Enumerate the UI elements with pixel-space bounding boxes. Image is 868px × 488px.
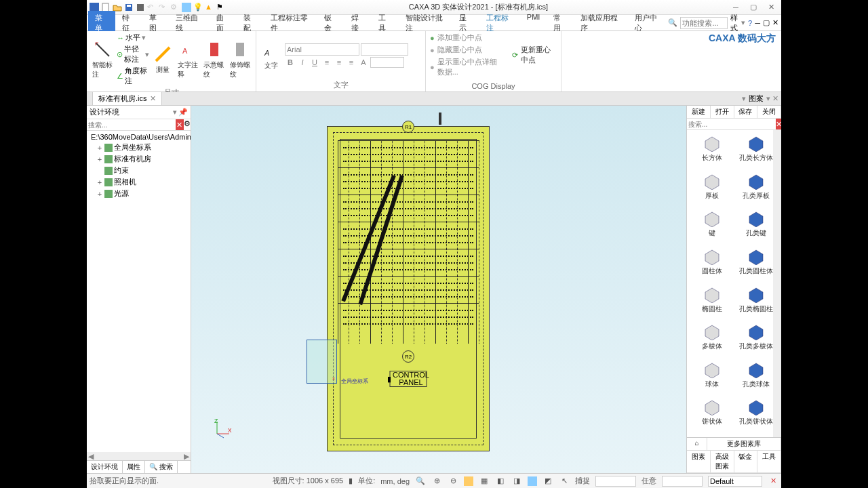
help-icon[interactable]: ? bbox=[748, 19, 752, 27]
text-annot-button[interactable]: A 文字注释 bbox=[176, 39, 199, 81]
lib-toolbar-2[interactable]: 保存 bbox=[734, 106, 758, 118]
ribbon-close-icon[interactable]: ✕ bbox=[772, 18, 778, 27]
shape-1-0[interactable]: 厚板 bbox=[690, 171, 734, 209]
shape-2-1[interactable]: 孔类键 bbox=[734, 208, 779, 246]
lib-toolbar-1[interactable]: 打开 bbox=[711, 106, 734, 118]
lib-footer-tab-3[interactable]: 工具 bbox=[757, 451, 781, 472]
more-libs-button[interactable]: 更多图素库 bbox=[707, 438, 781, 450]
horiz-dim-button[interactable]: ↔水平▾ bbox=[117, 33, 149, 43]
refresh-cog-button[interactable]: ⟳更新重心中点 bbox=[512, 33, 557, 77]
ribbon-max-icon[interactable]: ▢ bbox=[763, 18, 770, 27]
snap-input[interactable] bbox=[595, 476, 636, 487]
scroll-left-icon[interactable]: ◀ bbox=[88, 452, 94, 460]
align-center-button[interactable]: ≡ bbox=[334, 57, 344, 68]
shape-7-0[interactable]: 饼状体 bbox=[690, 396, 734, 434]
snap-label[interactable]: 捕捉 bbox=[575, 476, 590, 486]
shape-0-1[interactable]: 孔类长方体 bbox=[734, 133, 779, 171]
underline-button[interactable]: U bbox=[309, 57, 320, 68]
tree-search-input[interactable] bbox=[87, 119, 176, 130]
zoom-fit-icon[interactable]: 🔍 bbox=[415, 476, 426, 487]
measure-button[interactable]: 测量 bbox=[152, 43, 174, 76]
thread-decor-button[interactable]: 修饰螺纹 bbox=[229, 39, 252, 81]
document-close-icon[interactable]: ✕ bbox=[150, 94, 156, 103]
bold-button[interactable]: B bbox=[285, 57, 296, 68]
cosmetic-thread-button[interactable]: 示意螺纹 bbox=[202, 39, 225, 81]
canvas-viewport[interactable]: R1 R2 ▮CONTROL PANEL 全局坐标系 x zx bbox=[191, 106, 686, 473]
text-value-input[interactable] bbox=[370, 57, 404, 68]
scroll-right-icon[interactable]: ▶ bbox=[184, 452, 189, 460]
left-tab-1[interactable]: 属性 bbox=[123, 461, 145, 473]
shape-7-1[interactable]: 孔类饼状体 bbox=[734, 396, 779, 434]
view-icon[interactable] bbox=[464, 476, 473, 486]
shape-search-input[interactable] bbox=[687, 119, 776, 129]
mode4-icon[interactable]: ◩ bbox=[542, 476, 553, 487]
smart-dim-button[interactable]: 智能标注 bbox=[91, 39, 114, 81]
align-left-button[interactable]: ≡ bbox=[321, 57, 332, 68]
tree-item-2[interactable]: +标准有机房 bbox=[88, 153, 189, 165]
tree-item-3[interactable]: 约束 bbox=[88, 165, 189, 176]
color-button[interactable]: A bbox=[358, 57, 369, 68]
hide-cog-button[interactable]: ●隐藏重心中点 bbox=[430, 45, 504, 55]
tree-search-close-icon[interactable]: ✕ bbox=[176, 119, 184, 130]
left-tab-0[interactable]: 设计环境 bbox=[87, 461, 123, 473]
text-button[interactable]: A 文字 bbox=[260, 39, 282, 72]
angle-dim-button[interactable]: ∠角度标注 bbox=[117, 66, 149, 86]
cursor-icon[interactable]: ↖ bbox=[559, 476, 570, 487]
left-tab-2[interactable]: 🔍 搜索 bbox=[145, 461, 178, 473]
shape-6-0[interactable]: 球体 bbox=[690, 359, 734, 397]
shape-4-0[interactable]: 椭圆柱 bbox=[690, 284, 734, 322]
unit-label: 单位: bbox=[358, 476, 375, 486]
shape-scrollbar[interactable] bbox=[773, 130, 781, 437]
task-label[interactable]: 任意 bbox=[642, 476, 656, 486]
font-family-select[interactable] bbox=[285, 43, 359, 56]
shape-4-1[interactable]: 孔类椭圆柱 bbox=[734, 284, 779, 322]
radius-dim-button[interactable]: ⊙半径标注▾ bbox=[117, 44, 149, 64]
shape-3-0[interactable]: 圆柱体 bbox=[690, 246, 734, 284]
lib-footer-tab-1[interactable]: 高级图素 bbox=[711, 451, 734, 472]
shape-5-1[interactable]: 孔类多棱体 bbox=[734, 321, 779, 359]
italic-button[interactable]: I bbox=[297, 57, 308, 68]
axis-gizmo[interactable]: zx bbox=[212, 419, 232, 439]
lib-home-icon[interactable]: ⌂ bbox=[687, 438, 707, 450]
shape-2-0[interactable]: 键 bbox=[690, 208, 734, 246]
lp-pin-icon[interactable]: 📌 bbox=[178, 108, 188, 117]
shape-6-1[interactable]: 孔类球体 bbox=[734, 359, 779, 397]
lib-footer-tab-2[interactable]: 钣金 bbox=[734, 451, 758, 472]
minimize-button[interactable]: ─ bbox=[731, 3, 741, 12]
function-search-input[interactable] bbox=[680, 17, 728, 29]
shape-search-close-icon[interactable]: ✕ bbox=[776, 119, 781, 129]
tree-item-5[interactable]: +光源 bbox=[88, 188, 189, 199]
document-tab[interactable]: 标准有机房.ics ✕ bbox=[92, 92, 162, 106]
tree-item-1[interactable]: +全局坐标系 bbox=[88, 142, 189, 153]
shape-5-0[interactable]: 多棱体 bbox=[690, 321, 734, 359]
shape-0-0[interactable]: 长方体 bbox=[690, 133, 734, 171]
style-label[interactable]: 样式 bbox=[730, 13, 738, 33]
task-input[interactable] bbox=[662, 476, 703, 487]
show-cog-data-button[interactable]: ●显示重心中点详细数据... bbox=[430, 57, 504, 77]
lib-footer-tab-0[interactable]: 图素 bbox=[687, 451, 711, 472]
docbar-dropdown-icon[interactable]: ▾ bbox=[742, 94, 746, 103]
default-input[interactable] bbox=[708, 476, 762, 487]
align-right-button[interactable]: ≡ bbox=[346, 57, 357, 68]
shape-1-1[interactable]: 孔类厚板 bbox=[734, 171, 779, 209]
close-button[interactable]: ✕ bbox=[766, 3, 776, 12]
shape-3-1[interactable]: 孔类圆柱体 bbox=[734, 246, 779, 284]
mode2-icon[interactable]: ◨ bbox=[511, 476, 522, 487]
mode3-icon[interactable] bbox=[528, 476, 537, 486]
add-cog-button[interactable]: ●添加重心中点 bbox=[430, 33, 504, 43]
drawing-object[interactable]: R1 R2 ▮CONTROL PANEL 全局坐标系 bbox=[327, 126, 490, 451]
lib-toolbar-3[interactable]: 关闭 bbox=[757, 106, 781, 118]
zoom-out-icon[interactable]: ⊖ bbox=[448, 476, 458, 487]
tree-filter-icon[interactable]: ⚙ bbox=[184, 119, 191, 130]
grid-icon[interactable]: ▦ bbox=[479, 476, 490, 487]
tree-item-4[interactable]: +照相机 bbox=[88, 176, 189, 188]
lp-dropdown-icon[interactable]: ▾ bbox=[173, 108, 177, 117]
maximize-button[interactable]: ▢ bbox=[749, 3, 758, 12]
font-size-input[interactable] bbox=[361, 43, 408, 56]
mode1-icon[interactable]: ◧ bbox=[495, 476, 506, 487]
zoom-in-icon[interactable]: ⊕ bbox=[431, 476, 442, 487]
sb-close-icon[interactable]: ✕ bbox=[768, 476, 778, 487]
ribbon-min-icon[interactable]: ─ bbox=[755, 19, 760, 27]
lib-toolbar-0[interactable]: 新建 bbox=[687, 106, 711, 118]
tree-item-0[interactable]: E:\360MoveData\Users\Administ bbox=[88, 132, 189, 142]
